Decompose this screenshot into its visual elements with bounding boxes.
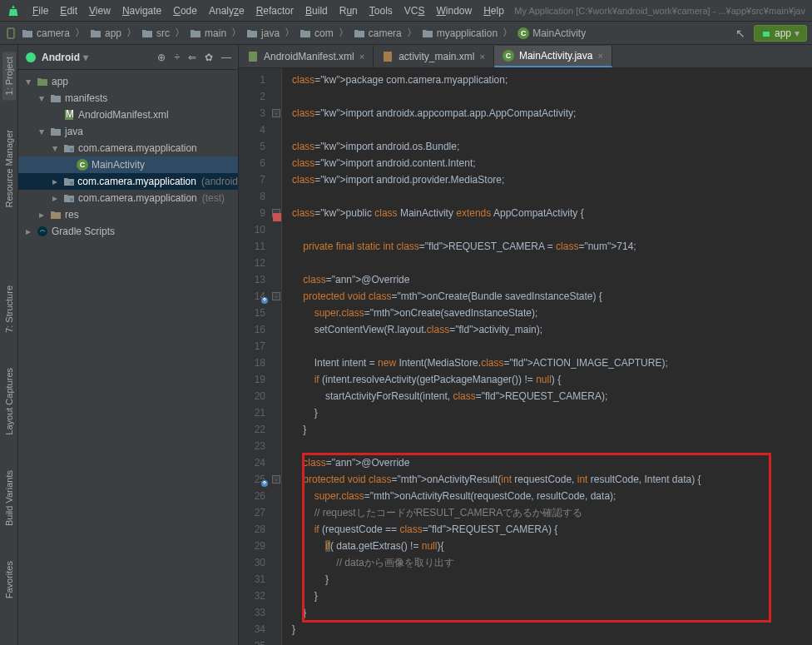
- breadcrumb-com[interactable]: com: [296, 26, 337, 41]
- tree-item-res[interactable]: ▸res: [18, 206, 238, 223]
- tool-tab-build-variants[interactable]: Build Variants: [2, 465, 16, 531]
- menu-build[interactable]: Build: [300, 5, 334, 17]
- folder-icon: [422, 28, 433, 38]
- collapse-icon[interactable]: ⇐: [188, 52, 196, 63]
- folder-icon: [141, 28, 153, 38]
- tool-tab-favorites[interactable]: Favorites: [2, 556, 16, 603]
- override-icon[interactable]: [260, 479, 269, 488]
- menu-edit[interactable]: Edit: [54, 5, 83, 17]
- android-studio-logo-icon: [7, 4, 20, 17]
- class-icon: C: [517, 27, 529, 39]
- tree-item-com-camera-myapplication[interactable]: ▸com.camera.myapplication(test): [18, 190, 238, 206]
- manifest-icon: [247, 51, 259, 62]
- project-sidebar: Android ▾ ⊕ ÷ ⇐ ✿ — ▾app▾manifestsMAndro…: [18, 45, 239, 645]
- breadcrumb-java[interactable]: java: [243, 26, 283, 41]
- menu-file[interactable]: File: [27, 5, 54, 17]
- svg-point-5: [70, 181, 73, 185]
- run-gutter-icon[interactable]: [272, 212, 282, 222]
- breadcrumb-app[interactable]: app: [87, 26, 125, 41]
- tree-item-Gradle-Scripts[interactable]: ▸Gradle Scripts: [18, 223, 238, 240]
- breadcrumb-myapplication[interactable]: myapplication: [418, 26, 501, 41]
- folder-icon: [300, 28, 311, 38]
- tree-item-manifests[interactable]: ▾manifests: [18, 90, 238, 107]
- package-icon: [63, 193, 75, 203]
- tool-tab-layout-captures[interactable]: Layout Captures: [2, 363, 16, 440]
- folder-icon: [50, 210, 62, 220]
- tool-tab-resource-manager[interactable]: Resource Manager: [2, 125, 16, 213]
- navigation-bar: camera〉 app〉 src〉 main〉 java〉 com〉 camer…: [0, 22, 812, 45]
- menu-help[interactable]: Help: [478, 5, 510, 17]
- project-view-selector[interactable]: Android ▾: [42, 52, 88, 63]
- breadcrumb-camera-pkg[interactable]: camera: [350, 26, 405, 41]
- svg-point-1: [26, 52, 36, 62]
- tree-item-app[interactable]: ▾app: [18, 73, 238, 90]
- breadcrumb-main[interactable]: main: [186, 26, 230, 41]
- svg-rect-0: [7, 28, 14, 38]
- tool-tab-structure[interactable]: 7: Structure: [2, 280, 16, 338]
- breadcrumb-camera[interactable]: camera: [18, 26, 73, 41]
- svg-point-4: [70, 148, 73, 151]
- menu-run[interactable]: Run: [334, 5, 364, 17]
- menu-navigate[interactable]: Navigate: [116, 5, 167, 17]
- module-icon: [37, 77, 48, 87]
- gear-icon[interactable]: ✿: [205, 52, 213, 63]
- package-icon: [63, 143, 75, 153]
- tree-item-java[interactable]: ▾java: [18, 123, 238, 140]
- tree-item-com-camera-myapplication[interactable]: ▸com.camera.myapplication(android: [18, 173, 238, 190]
- menu-refactor[interactable]: Refactor: [250, 5, 300, 17]
- close-tab-icon[interactable]: ×: [359, 52, 364, 62]
- editor-tab-activity_main-xml[interactable]: activity_main.xml×: [374, 46, 494, 67]
- android-icon: [761, 28, 771, 38]
- scroll-to-source-icon[interactable]: ⊕: [157, 52, 166, 63]
- tree-item-MainActivity[interactable]: CMainActivity: [18, 156, 238, 173]
- editor-tabs: AndroidManifest.xml×activity_main.xml×CM…: [239, 45, 812, 68]
- project-tree[interactable]: ▾app▾manifestsMAndroidManifest.xml▾java▾…: [18, 70, 238, 645]
- folder-icon: [190, 28, 201, 38]
- close-tab-icon[interactable]: ×: [597, 51, 602, 61]
- svg-rect-9: [384, 52, 392, 62]
- folder-icon: [246, 28, 258, 38]
- override-icon[interactable]: [260, 296, 269, 305]
- class-icon: C: [77, 159, 88, 171]
- sidebar-header: Android ▾ ⊕ ÷ ⇐ ✿ —: [18, 45, 238, 70]
- run-config-selector[interactable]: app▾: [754, 25, 807, 42]
- menu-view[interactable]: View: [83, 5, 116, 17]
- tool-tab-project[interactable]: 1: Project: [2, 52, 16, 100]
- manifest-icon: M: [63, 109, 75, 121]
- folder-icon: [50, 93, 62, 103]
- expand-all-icon[interactable]: ÷: [174, 52, 180, 63]
- menu-code[interactable]: Code: [167, 5, 203, 17]
- editor-area: AndroidManifest.xml×activity_main.xml×CM…: [239, 45, 812, 645]
- menu-vcs[interactable]: VCS: [399, 5, 431, 17]
- svg-rect-8: [249, 52, 257, 62]
- code-content[interactable]: class="kw">package com.camera.myapplicat…: [282, 68, 812, 645]
- tree-item-com-camera-myapplication[interactable]: ▾com.camera.myapplication: [18, 140, 238, 156]
- breadcrumb-mainactivity[interactable]: CMainActivity: [514, 26, 589, 41]
- svg-text:M: M: [66, 109, 74, 120]
- breadcrumb-src[interactable]: src: [138, 26, 173, 41]
- svg-point-6: [70, 198, 73, 201]
- code-editor[interactable]: 1234567891011121314151617181920212223242…: [239, 68, 812, 645]
- fold-gutter[interactable]: ----: [270, 68, 282, 645]
- svg-rect-12: [273, 213, 281, 221]
- menu-tools[interactable]: Tools: [364, 5, 399, 17]
- folder-icon: [22, 28, 33, 38]
- tree-item-AndroidManifest-xml[interactable]: MAndroidManifest.xml: [18, 107, 238, 123]
- nav-back-icon[interactable]: ↖: [732, 27, 749, 40]
- line-number-gutter: 1234567891011121314151617181920212223242…: [239, 68, 270, 645]
- folder-icon: [354, 28, 365, 38]
- folder-icon: [90, 28, 102, 38]
- close-tab-icon[interactable]: ×: [480, 52, 485, 62]
- editor-tab-MainActivity-java[interactable]: CMainActivity.java×: [494, 46, 612, 67]
- svg-point-7: [37, 226, 47, 236]
- package-icon: [63, 176, 75, 186]
- android-icon: [25, 52, 37, 63]
- menu-window[interactable]: Window: [430, 5, 478, 17]
- gradle-icon: [37, 226, 48, 237]
- tool-window-stripe: 1: Project Resource Manager 7: Structure…: [0, 45, 18, 645]
- hide-icon[interactable]: —: [221, 52, 231, 63]
- menu-analyze[interactable]: Analyze: [203, 5, 250, 17]
- xml-icon: [382, 51, 394, 62]
- editor-tab-AndroidManifest-xml[interactable]: AndroidManifest.xml×: [239, 46, 374, 67]
- menu-bar: File Edit View Navigate Code Analyze Ref…: [0, 0, 812, 22]
